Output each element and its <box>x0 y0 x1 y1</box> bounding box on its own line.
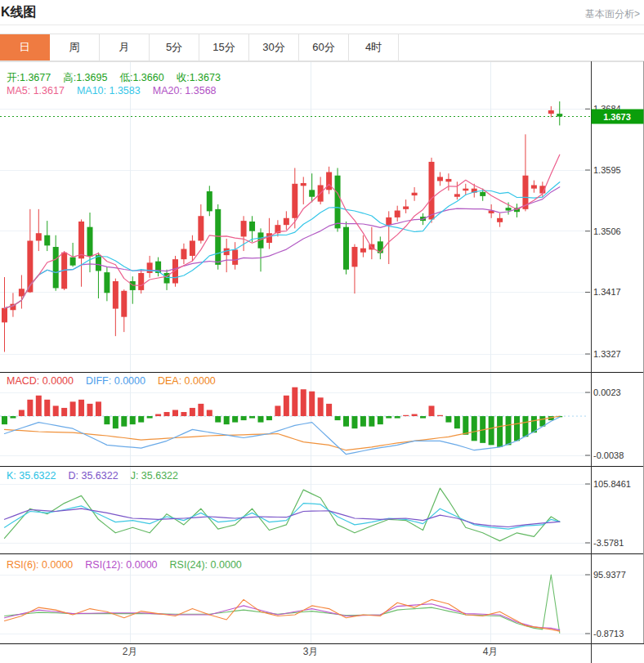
gridlines <box>0 61 591 643</box>
svg-text:-0.8713: -0.8713 <box>593 629 624 638</box>
ohlc-readout-item: 高:1.3695 <box>63 71 107 85</box>
tab-weekly[interactable]: 周 <box>50 34 100 60</box>
x-axis-months: 2月3月4月 <box>123 646 499 657</box>
kdj-lines <box>5 488 560 540</box>
tab-daily[interactable]: 日 <box>0 34 50 60</box>
macd-readout: MACD: 0.0000DIFF: 0.0000DEA: 0.0000 <box>7 375 216 387</box>
macd-readout-item: MACD: 0.0000 <box>7 375 74 387</box>
kdj-readout-item: K: 35.6322 <box>7 470 56 482</box>
kdj-readout-item: D: 35.6322 <box>68 470 118 482</box>
rsi-readout-item: RSI(24): 0.0000 <box>170 559 242 571</box>
svg-text:-3.5781: -3.5781 <box>593 538 624 548</box>
macd-readout-item: DIFF: 0.0000 <box>86 375 145 387</box>
ma-readout: MA5: 1.3617MA10: 1.3583MA20: 1.3568 <box>7 85 217 96</box>
ma-readout-item: MA20: 1.3568 <box>153 85 217 96</box>
svg-text:3月: 3月 <box>303 646 319 657</box>
kdj-readout: K: 35.6322D: 35.6322J: 35.6322 <box>7 470 178 482</box>
rsi-readout-item: RSI(6): 0.0000 <box>7 559 73 571</box>
panel-dividers <box>0 61 644 663</box>
svg-text:1.3595: 1.3595 <box>593 165 621 175</box>
svg-text:1.3673: 1.3673 <box>603 112 631 122</box>
svg-text:1.3327: 1.3327 <box>593 349 621 359</box>
tab-4hour[interactable]: 4时 <box>349 34 399 60</box>
tab-bar: 日周月5分15分30分60分4时 <box>0 34 644 61</box>
macd-histogram <box>2 387 562 447</box>
rsi-readout-item: RSI(12): 0.0000 <box>85 559 157 571</box>
ohlc-readout-item: 低:1.3660 <box>119 71 163 85</box>
header-divider <box>0 25 644 25</box>
tab-60min[interactable]: 60分 <box>299 34 349 60</box>
kdj-readout-item: J: 35.6322 <box>131 470 178 482</box>
ohlc-readout-item: 开:1.3677 <box>7 71 51 85</box>
svg-text:105.8461: 105.8461 <box>593 479 631 489</box>
svg-text:95.9377: 95.9377 <box>593 570 626 580</box>
svg-text:1.3417: 1.3417 <box>593 287 621 297</box>
svg-text:4月: 4月 <box>483 646 499 657</box>
svg-text:2月: 2月 <box>123 646 138 657</box>
fundamental-analysis-link[interactable]: 基本面分析> <box>585 7 640 21</box>
svg-text:1.3506: 1.3506 <box>593 226 621 236</box>
candlesticks <box>2 101 562 352</box>
page-title: K线图 <box>1 4 37 21</box>
price-axis: 1.36841.35951.35061.34171.33270.0023-0.0… <box>585 104 631 638</box>
ohlc-readout: 开:1.3677高:1.3695低:1.3660收:1.3673 <box>7 71 221 85</box>
tab-30min[interactable]: 30分 <box>249 34 299 60</box>
macd-readout-item: DEA: 0.0000 <box>158 375 216 387</box>
rsi-lines <box>5 575 560 633</box>
last-price-badge: 1.3673 <box>592 110 644 124</box>
tab-monthly[interactable]: 月 <box>100 34 150 60</box>
ma-readout-item: MA5: 1.3617 <box>7 85 65 96</box>
svg-text:-0.0038: -0.0038 <box>593 450 624 460</box>
svg-text:0.0023: 0.0023 <box>593 387 621 397</box>
tab-5min[interactable]: 5分 <box>150 34 199 60</box>
ohlc-readout-item: 收:1.3673 <box>177 71 221 85</box>
tab-15min[interactable]: 15分 <box>199 34 249 60</box>
rsi-readout: RSI(6): 0.0000RSI(12): 0.0000RSI(24): 0.… <box>7 559 242 571</box>
ma-readout-item: MA10: 1.3583 <box>77 85 141 96</box>
